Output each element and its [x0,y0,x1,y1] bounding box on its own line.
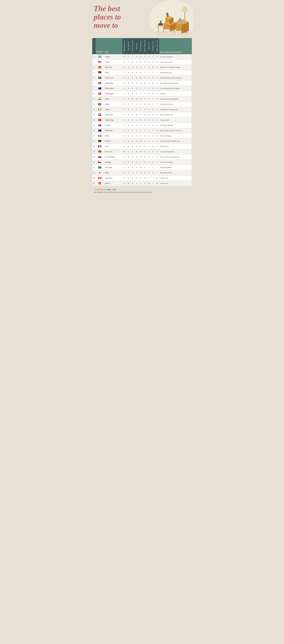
nearby-location: Texas State Capitol [159,60,192,65]
country-flag: 🇨🇭 [96,181,104,186]
score-cell: 8 [151,91,155,96]
city-name: Tokyo [104,170,122,176]
score-cell: 4 [155,80,159,86]
city-name: Christchurch [104,86,122,91]
score-cell: 2 [135,107,139,112]
score-cell: 8 [143,170,147,176]
score-cell: 6 [130,60,135,65]
city-name: Athens [104,54,122,60]
score-cell: 0 [155,149,159,154]
row-number: 2 [92,60,96,65]
row-number: 7 [92,86,96,91]
score-cell: 10 [147,102,151,107]
dish-header: Cost of national dish [143,38,147,54]
score-cell: 5 [155,107,159,112]
score-cell: 2 [135,60,139,65]
row-number: 23 [92,170,96,176]
nearby-location: Christchurch Botanic Gardens [159,86,192,91]
score-cell: 1 [135,118,139,123]
row-number: 21 [92,160,96,165]
city-name: Zurich [104,181,122,186]
country-flag: 🇬🇷 [96,54,104,60]
nearby-location: The State Hermitage Museum [159,154,192,160]
score-cell: 10 [147,112,151,118]
country-flag: 🇩🇪 [96,70,104,75]
score-cell: 7 [155,102,159,107]
cities-table: Country City Employment score Avg. wage … [92,38,192,186]
score-cell: 9 [130,138,135,144]
score-cell: 5 [122,112,126,118]
score-cell: 4 [126,118,130,123]
table-row: 23🇯🇵Tokyo454588997Meiji Jingu Shrine [92,170,192,176]
score-cell: 2 [147,96,151,102]
score-cell: 10 [139,149,143,154]
score-cell: 2 [155,160,159,165]
living-header: Cost of living score [130,38,135,54]
country-flag: 🇿🇦 [96,75,104,80]
row-number: 14 [92,123,96,128]
score-cell: 8 [143,160,147,165]
table-row: 12🇭🇷Dubrovnik5158761000Walls of Dubrovni… [92,112,192,118]
score-cell: 10 [139,96,143,102]
score-cell: 3 [135,176,139,181]
pint-header: Cost of a pint score [139,38,143,54]
score-cell: 6 [139,144,143,149]
country-flag: 🇹🇭 [96,80,104,86]
city-name: Berlin [104,70,122,75]
score-cell: 9 [135,138,139,144]
country-flag: 🇦🇪 [96,102,104,107]
score-cell: 5 [130,112,135,118]
score-cell: 9 [143,154,147,160]
score-cell: 9 [151,144,155,149]
score-cell: 6 [135,65,139,70]
svg-rect-29 [163,26,164,32]
row-number: 8 [92,91,96,96]
row-number: 16 [92,133,96,138]
page-title: The best places to move to [94,4,138,30]
score-cell: 8 [139,54,143,60]
nearby-location: Brandenburg Gate [159,70,192,75]
nearby-location: Cerro San Cristobal [159,160,192,165]
row-number: 25 [92,181,96,186]
score-cell: 9 [143,165,147,170]
row-number: 10 [92,102,96,107]
table-row: 14🇬🇧London764075365The British Museum [92,123,192,128]
city-name: Copenhagen [104,91,122,96]
score-cell: 3 [155,154,159,160]
score-cell: 4 [151,160,155,165]
score-cell: 0 [122,75,126,80]
score-cell: 9 [135,80,139,86]
table-row: 2🇺🇸Austin476286669Texas State Capitol [92,60,192,65]
country-flag: 🇮🇹 [96,133,104,138]
score-cell: 9 [147,80,151,86]
nearby-location: Le Caudan Waterfront [159,149,192,154]
score-cell: 4 [122,133,126,138]
score-cell: 7 [151,128,155,133]
table-row: 17🇰🇪Nairobi0099109220David Sheldrick Wil… [92,138,192,144]
nearby-location: Royal Botanic Gardens Victoria [159,128,192,133]
svg-point-21 [180,20,180,20]
row-number: 20 [92,154,96,160]
score-cell: 7 [139,128,143,133]
score-cell: 1 [151,54,155,60]
score-cell: 3 [147,149,151,154]
score-cell: 7 [143,128,147,133]
score-cell: 6 [155,75,159,80]
score-cell: 9 [143,96,147,102]
score-cell: 5 [122,107,126,112]
score-cell: 4 [126,86,130,91]
score-cell: 7 [139,181,143,186]
svg-point-22 [180,20,181,20]
nearby-location: Swaminarayan Akshardham [159,96,192,102]
city-name: Chiang Mai [104,80,122,86]
score-cell: 7 [122,123,126,128]
score-cell: 3 [147,144,151,149]
svg-rect-30 [158,24,163,25]
score-cell: 6 [135,70,139,75]
city-name: Dublin [104,107,122,112]
score-cell: 0 [155,96,159,102]
table-row: 18🇫🇷Paris644466394Eiffel Tower [92,144,192,149]
score-cell: 9 [147,118,151,123]
table-row: 3🇪🇸Barcelona226697585Basilica of the Sag… [92,65,192,70]
city-name: Cape Town [104,75,122,80]
